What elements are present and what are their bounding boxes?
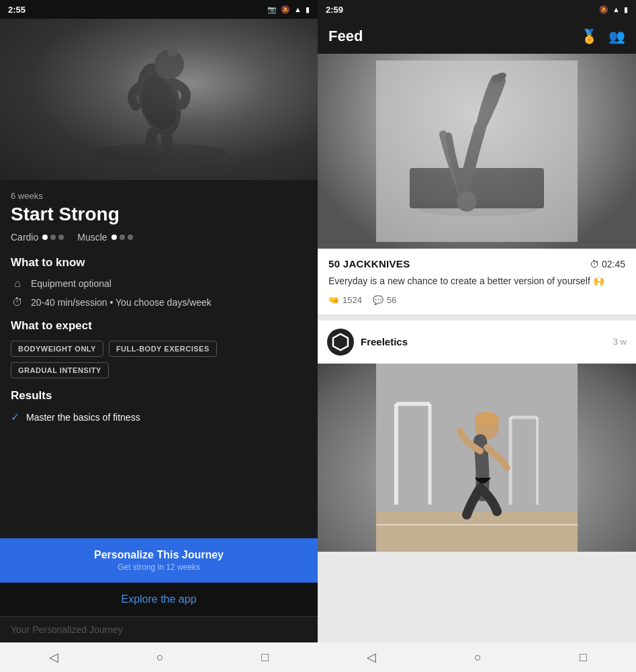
signal-icon: ▲ [294,5,302,13]
feed-header-icons: 🏅 👥 [581,28,625,44]
cardio-intensity: Cardio [11,232,64,243]
personalize-button[interactable]: Personalize This Journey Get strong in 1… [0,538,318,583]
program-title: Start Strong [11,204,307,225]
post-avatar [327,329,354,355]
right-mute-icon: 🔕 [599,5,608,14]
timer-icon: ⏱ [590,259,599,269]
feed-scroll[interactable]: 50 JACKKNIVES ⏱ 02:45 Everyday is a new … [318,54,636,642]
results-title: Results [11,389,307,403]
post-image-inner [318,364,636,552]
left-status-icons: 📷 🔕 ▲ ▮ [267,5,310,14]
left-status-bar: 2:55 📷 🔕 ▲ ▮ [0,0,318,19]
post-username[interactable]: Freeletics [361,336,606,347]
right-time: 2:59 [326,5,343,15]
workout-name: 50 JACKKNIVES [328,258,410,269]
cardio-dot-2 [50,235,56,240]
explore-button[interactable]: Explore the app [0,583,318,616]
muscle-dots [111,235,133,240]
svg-point-0 [92,143,226,163]
muscle-intensity: Muscle [77,232,132,243]
cardio-label: Cardio [11,232,38,243]
workout-stats: 🤜 1524 💬 56 [328,295,625,305]
info-equipment-text: Equipment optional [31,278,111,289]
home-icon: ⌂ [11,278,24,290]
right-nav-bar: ◁ ○ □ [318,642,636,672]
svg-marker-10 [333,334,348,350]
trophy-icon[interactable]: 🏅 [581,28,598,44]
comments-stat[interactable]: 💬 56 [373,295,396,305]
right-home-icon[interactable]: ○ [474,650,482,665]
comments-count: 56 [387,295,396,305]
intensity-row: Cardio Muscle [11,232,307,243]
right-signal-icon: ▲ [612,5,620,13]
home-nav-icon[interactable]: ○ [156,650,164,665]
clock-icon: ⏱ [11,296,24,308]
cardio-dots [42,235,64,240]
svg-rect-7 [410,168,544,208]
workout-time-value: 02:45 [602,259,625,269]
what-to-know-title: What to know [11,256,307,269]
hero-figure-svg [85,32,233,167]
mute-icon: 🔕 [281,5,290,14]
workout-caption: Everyday is a new chance to create a bet… [328,275,625,288]
info-time: ⏱ 20-40 min/session • You choose days/we… [11,296,307,308]
tags-row: BODYWEIGHT ONLY FULL-BODY EXERCISES GRAD… [11,341,307,378]
post-image [318,364,636,552]
svg-point-3 [167,46,178,56]
cardio-dot-3 [58,235,64,240]
result-item-1: ✓ Master the basics of fitness [11,411,307,423]
post-header: Freeletics 3 w [318,321,636,364]
duration-label: 6 weeks [11,191,307,201]
personalized-journey-text: Your Personalized Journey [11,624,123,635]
info-equipment: ⌂ Equipment optional [11,278,307,290]
svg-rect-12 [376,511,578,552]
camera-icon: 📷 [267,5,277,14]
cardio-dot-1 [42,235,48,240]
tag-bodyweight: BODYWEIGHT ONLY [11,341,103,357]
people-icon[interactable]: 👥 [608,28,625,44]
personalize-main-label: Personalize This Journey [94,549,224,561]
results-section: Results ✓ Master the basics of fitness [11,389,307,423]
right-panel: 2:59 🔕 ▲ ▮ Feed 🏅 👥 [318,0,636,672]
left-panel: 2:55 📷 🔕 ▲ ▮ [0,0,318,672]
left-time: 2:55 [8,5,26,15]
workout-card: 50 JACKKNIVES ⏱ 02:45 Everyday is a new … [318,249,636,315]
right-status-icons: 🔕 ▲ ▮ [599,5,628,14]
tag-full-body: FULL-BODY EXERCISES [109,341,217,357]
feed-hero-image [318,54,636,249]
feed-post: Freeletics 3 w [318,321,636,552]
freeletics-logo-svg [331,333,350,351]
recents-icon[interactable]: □ [261,650,269,665]
likes-count: 1524 [343,295,362,305]
running-figure-svg [376,364,578,552]
check-icon: ✓ [11,411,19,423]
content-scroll[interactable]: 6 weeks Start Strong Cardio Muscle [0,180,318,538]
jackknife-figure-svg [376,60,578,242]
svg-point-8 [457,192,477,212]
back-icon[interactable]: ◁ [49,650,58,665]
hero-image-inner [0,19,318,180]
muscle-dot-2 [120,235,125,240]
battery-icon: ▮ [306,5,310,14]
hero-image [0,19,318,180]
info-time-text: 20-40 min/session • You choose days/week [31,297,212,308]
svg-point-21 [475,412,499,425]
comment-icon: 💬 [373,295,383,305]
right-back-icon[interactable]: ◁ [367,650,376,665]
feed-hero-inner [318,54,636,249]
right-recents-icon[interactable]: □ [580,650,587,665]
tag-gradual: GRADUAL INTENSITY [11,362,109,378]
like-icon: 🤜 [328,295,339,305]
personalize-sub-label: Get strong in 12 weeks [118,562,200,572]
bottom-buttons: Personalize This Journey Get strong in 1… [0,538,318,642]
post-time: 3 w [613,337,627,347]
workout-time-display: ⏱ 02:45 [590,259,625,269]
muscle-label: Muscle [77,232,107,243]
explore-label: Explore the app [121,593,196,605]
likes-stat[interactable]: 🤜 1524 [328,295,362,305]
what-to-expect-title: What to expect [11,319,307,333]
left-nav-bar: ◁ ○ □ [0,642,318,672]
feed-header: Feed 🏅 👥 [318,19,636,54]
personalized-journey-bar: Your Personalized Journey [0,616,318,642]
result-text-1: Master the basics of fitness [26,412,140,423]
